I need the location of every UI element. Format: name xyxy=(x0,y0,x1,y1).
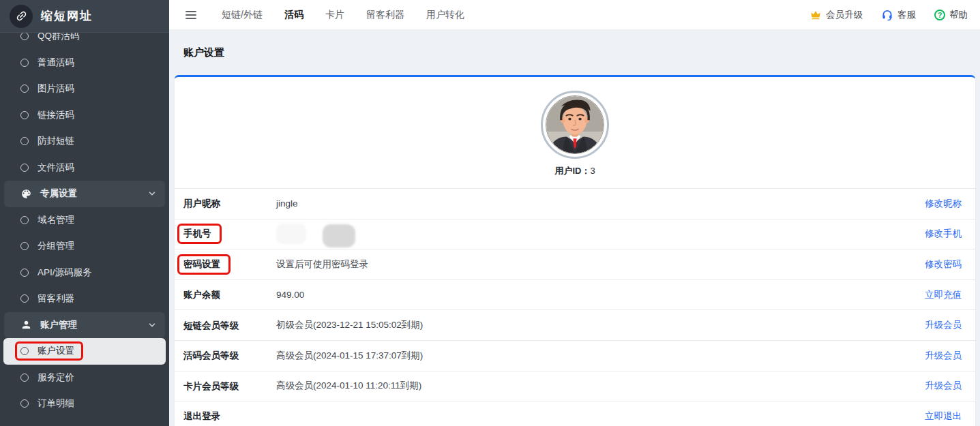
row-label: 手机号 xyxy=(177,224,222,244)
sidebar-item-label: 图片活码 xyxy=(38,82,74,95)
row-value: 初级会员(2023-12-21 15:05:02到期) xyxy=(276,319,925,331)
tab-shortlink-external[interactable]: 短链/外链 xyxy=(222,9,263,21)
sidebar-menu: QQ群活码 普通活码 图片活码 链接活码 xyxy=(0,23,169,417)
palette-icon xyxy=(20,188,32,200)
circle-icon xyxy=(20,294,29,303)
sidebar-item-label: 防封短链 xyxy=(38,135,74,147)
row-value: 949.00 xyxy=(276,290,925,300)
sidebar-item-domain-management[interactable]: 域名管理 xyxy=(0,207,169,234)
circle-icon xyxy=(20,32,29,40)
circle-icon xyxy=(20,111,29,119)
row-value: 高级会员(2024-01-10 11:20:11到期) xyxy=(276,380,925,392)
tab-card[interactable]: 卡片 xyxy=(325,9,344,21)
action-logout[interactable]: 立即退出 xyxy=(925,410,962,423)
redacted-phone xyxy=(276,220,355,247)
action-balance[interactable]: 立即充值 xyxy=(925,289,962,301)
action-shortlink-member-level[interactable]: 升级会员 xyxy=(925,319,962,331)
page-title: 账户设置 xyxy=(183,46,224,59)
sidebar-header: 缩短网址 xyxy=(0,0,169,33)
settings-row-qr-member-level: 活码会员等级 高级会员(2024-01-15 17:37:07到期) 升级会员 xyxy=(175,341,975,371)
hamburger-menu-icon[interactable] xyxy=(184,8,198,22)
settings-row-logout: 退出登录 立即退出 xyxy=(175,401,975,426)
row-label: 短链会员等级 xyxy=(183,320,239,332)
sidebar-item-file-qr[interactable]: 文件活码 xyxy=(0,155,169,181)
action-phone[interactable]: 修改手机 xyxy=(925,228,962,240)
row-value: jingle xyxy=(276,198,925,209)
action-label: 帮助 xyxy=(949,9,968,21)
row-value xyxy=(276,220,925,247)
sidebar-item-label: 账户管理 xyxy=(40,319,77,331)
page-header: 账户设置 xyxy=(169,30,980,75)
chevron-down-icon xyxy=(147,189,157,198)
customer-service-button[interactable]: 客服 xyxy=(881,9,916,21)
sidebar-item-image-qr[interactable]: 图片活码 xyxy=(0,76,169,102)
topbar-actions: 会员升级 客服 ? 帮助 xyxy=(810,9,980,21)
user-id: 用户ID：3 xyxy=(175,165,975,177)
crown-icon xyxy=(810,9,822,21)
sidebar-item-order-details[interactable]: 订单明细 xyxy=(0,391,169,417)
circle-icon xyxy=(20,399,29,408)
avatar-section: 用户ID：3 xyxy=(175,77,975,188)
sidebar-item-account-settings[interactable]: 账户设置 xyxy=(3,338,166,365)
circle-icon xyxy=(20,137,29,145)
sidebar-item-api-source-service[interactable]: API/源码服务 xyxy=(0,260,169,286)
sidebar-item-exclusive-settings[interactable]: 专属设置 xyxy=(4,181,165,207)
sidebar-item-label: 分组管理 xyxy=(38,240,74,252)
row-value: 高级会员(2024-01-15 17:37:07到期) xyxy=(276,350,925,362)
row-value: 设置后可使用密码登录 xyxy=(276,258,925,271)
action-label: 会员升级 xyxy=(826,9,863,21)
row-label: 卡片会员等级 xyxy=(183,380,239,393)
row-label: 用户昵称 xyxy=(183,198,220,210)
headset-icon xyxy=(881,9,893,21)
sidebar-item-normal-qr[interactable]: 普通活码 xyxy=(0,50,169,76)
action-password[interactable]: 修改密码 xyxy=(925,258,962,271)
app-title: 缩短网址 xyxy=(41,8,93,24)
action-nickname[interactable]: 修改昵称 xyxy=(925,198,962,210)
sidebar-item-label: 专属设置 xyxy=(40,187,77,200)
sidebar-item-group-management[interactable]: 分组管理 xyxy=(0,233,169,260)
settings-row-shortlink-member-level: 短链会员等级 初级会员(2023-12-21 15:05:02到期) 升级会员 xyxy=(175,310,975,341)
sidebar-item-link-qr[interactable]: 链接活码 xyxy=(0,102,169,129)
action-label: 客服 xyxy=(897,9,916,21)
user-id-value: 3 xyxy=(590,166,595,176)
sidebar: 缩短网址 QQ群活码 普通活码 图片活码 xyxy=(0,0,169,426)
help-button[interactable]: ? 帮助 xyxy=(934,9,968,21)
sidebar-item-label: API/源码服务 xyxy=(38,267,92,279)
action-card-member-level[interactable]: 升级会员 xyxy=(925,380,962,392)
row-label: 账户余额 xyxy=(183,289,220,301)
settings-row-card-member-level: 卡片会员等级 高级会员(2024-01-10 11:20:11到期) 升级会员 xyxy=(175,371,975,402)
action-qr-member-level[interactable]: 升级会员 xyxy=(925,350,962,362)
circle-icon xyxy=(20,59,29,67)
tab-live-qr[interactable]: 活码 xyxy=(284,9,303,21)
settings-row-nickname: 用户昵称 jingle 修改昵称 xyxy=(175,189,975,219)
account-settings-card: 用户ID：3 用户昵称 jingle 修改昵称 手机号 修改手机 密码设置 设置… xyxy=(175,75,975,426)
circle-icon xyxy=(20,347,29,355)
sidebar-item-label: 普通活码 xyxy=(38,57,74,69)
sidebar-item-service-pricing[interactable]: 服务定价 xyxy=(0,365,169,391)
sidebar-item-label: 账户设置 xyxy=(38,345,74,357)
sidebar-item-account-management[interactable]: 账户管理 xyxy=(4,312,165,339)
sidebar-item-label: 留客利器 xyxy=(38,292,74,305)
settings-rows: 用户昵称 jingle 修改昵称 手机号 修改手机 密码设置 设置后可使用密码登… xyxy=(175,188,975,426)
user-icon xyxy=(20,319,32,331)
sidebar-item-label: 域名管理 xyxy=(38,214,74,226)
settings-row-password: 密码设置 设置后可使用密码登录 修改密码 xyxy=(175,249,975,280)
circle-icon xyxy=(20,269,29,277)
tab-retention-tool[interactable]: 留客利器 xyxy=(366,9,404,21)
sidebar-item-retention-tool[interactable]: 留客利器 xyxy=(0,286,169,312)
row-label: 活码会员等级 xyxy=(183,350,239,362)
user-id-label: 用户ID： xyxy=(554,166,590,176)
circle-icon xyxy=(20,374,29,382)
circle-icon xyxy=(20,216,29,224)
sidebar-item-label: 服务定价 xyxy=(38,371,74,384)
help-icon: ? xyxy=(934,10,945,20)
sidebar-item-anti-block-shortlink[interactable]: 防封短链 xyxy=(0,128,169,155)
link-icon xyxy=(10,5,33,28)
topbar-tabs: 短链/外链 活码 卡片 留客利器 用户转化 xyxy=(222,9,464,21)
row-label: 退出登录 xyxy=(183,410,220,423)
sidebar-item-label: 链接活码 xyxy=(38,109,74,121)
member-upgrade-button[interactable]: 会员升级 xyxy=(810,9,863,21)
sidebar-item-label: 订单明细 xyxy=(38,397,74,410)
tab-user-conversion[interactable]: 用户转化 xyxy=(426,9,464,21)
circle-icon xyxy=(20,85,29,93)
